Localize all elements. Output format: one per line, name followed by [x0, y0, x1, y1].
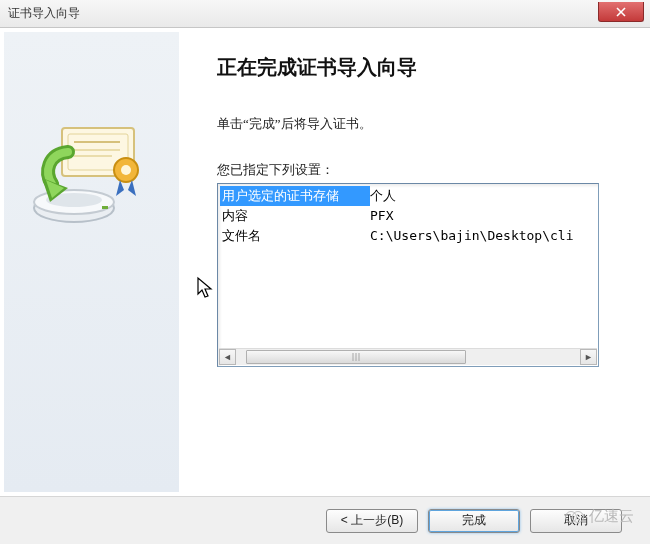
- wizard-heading: 正在完成证书导入向导: [217, 54, 634, 81]
- chevron-left-icon: ◄: [223, 352, 232, 362]
- back-button[interactable]: < 上一步(B): [326, 509, 418, 533]
- scroll-left-button[interactable]: ◄: [219, 349, 236, 365]
- list-row[interactable]: 用户选定的证书存储 个人: [220, 186, 599, 206]
- wizard-certificate-icon: [28, 122, 148, 232]
- horizontal-scrollbar[interactable]: ◄ ►: [219, 348, 597, 365]
- list-key: 用户选定的证书存储: [220, 186, 370, 206]
- scrollbar-thumb[interactable]: [246, 350, 466, 364]
- titlebar: 证书导入向导: [0, 0, 650, 28]
- settings-listbox[interactable]: 用户选定的证书存储 个人 内容 PFX 文件名 C:\Users\bajin\D…: [217, 183, 599, 367]
- content-area: 正在完成证书导入向导 单击“完成”后将导入证书。 您已指定下列设置： 用户选定的…: [0, 28, 650, 496]
- settings-label: 您已指定下列设置：: [217, 161, 634, 179]
- list-value: 个人: [370, 186, 396, 206]
- main-panel: 正在完成证书导入向导 单击“完成”后将导入证书。 您已指定下列设置： 用户选定的…: [179, 32, 644, 492]
- list-key: 文件名: [220, 226, 370, 246]
- list-value: C:\Users\bajin\Desktop\cli: [370, 226, 574, 246]
- list-key: 内容: [220, 206, 370, 226]
- chevron-right-icon: ►: [584, 352, 593, 362]
- list-content: 用户选定的证书存储 个人 内容 PFX 文件名 C:\Users\bajin\D…: [220, 186, 599, 246]
- svg-rect-12: [102, 206, 108, 209]
- close-button[interactable]: [598, 2, 644, 22]
- close-icon: [616, 7, 626, 17]
- finish-button[interactable]: 完成: [428, 509, 520, 533]
- scroll-right-button[interactable]: ►: [580, 349, 597, 365]
- instruction-text: 单击“完成”后将导入证书。: [217, 115, 634, 133]
- list-row[interactable]: 文件名 C:\Users\bajin\Desktop\cli: [220, 226, 599, 246]
- svg-point-8: [121, 165, 131, 175]
- window-title: 证书导入向导: [8, 5, 80, 22]
- cancel-button[interactable]: 取消: [530, 509, 622, 533]
- list-row[interactable]: 内容 PFX: [220, 206, 599, 226]
- scrollbar-track[interactable]: [236, 349, 580, 365]
- side-panel: [4, 32, 179, 492]
- button-bar: < 上一步(B) 完成 取消: [0, 496, 650, 544]
- list-value: PFX: [370, 206, 393, 226]
